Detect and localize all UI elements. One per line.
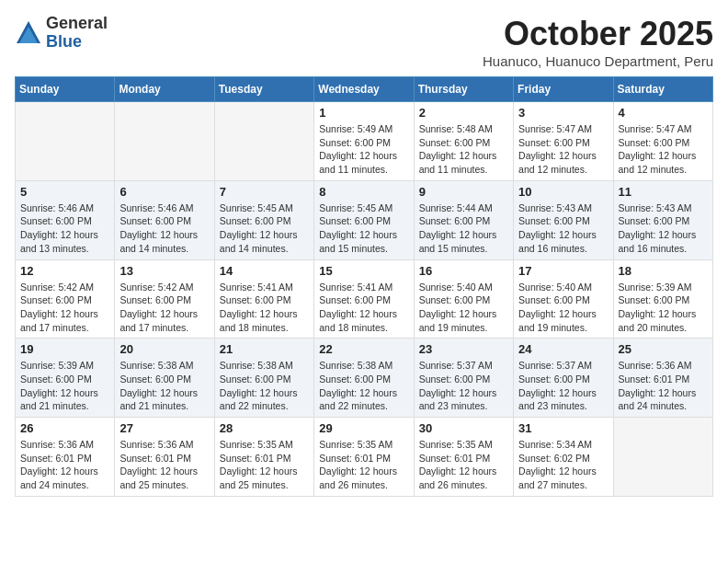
calendar-day-cell: 20Sunrise: 5:38 AM Sunset: 6:00 PM Dayli… — [115, 339, 214, 418]
calendar-day-cell: 12Sunrise: 5:42 AM Sunset: 6:00 PM Dayli… — [16, 259, 115, 339]
day-info: Sunrise: 5:35 AM Sunset: 6:01 PM Dayligh… — [220, 438, 309, 492]
calendar-day-cell: 22Sunrise: 5:38 AM Sunset: 6:00 PM Dayli… — [314, 339, 414, 418]
day-info: Sunrise: 5:46 AM Sunset: 6:00 PM Dayligh… — [119, 201, 209, 256]
day-info: Sunrise: 5:34 AM Sunset: 6:02 PM Dayligh… — [518, 438, 608, 492]
day-number: 28 — [220, 421, 309, 435]
logo: General Blue — [15, 15, 108, 52]
day-number: 5 — [20, 185, 109, 199]
title-area: October 2025 Huanuco, Huanuco Department… — [483, 15, 713, 69]
calendar-day-cell: 18Sunrise: 5:39 AM Sunset: 6:00 PM Dayli… — [613, 259, 712, 339]
day-number: 23 — [419, 342, 508, 356]
day-info: Sunrise: 5:40 AM Sunset: 6:00 PM Dayligh… — [518, 281, 608, 335]
calendar-day-cell: 28Sunrise: 5:35 AM Sunset: 6:01 PM Dayli… — [214, 418, 313, 497]
day-number: 11 — [619, 185, 708, 199]
calendar-day-cell: 4Sunrise: 5:47 AM Sunset: 6:00 PM Daylig… — [613, 102, 712, 181]
calendar-day-cell: 30Sunrise: 5:35 AM Sunset: 6:01 PM Dayli… — [414, 418, 513, 497]
calendar-week-row: 12Sunrise: 5:42 AM Sunset: 6:00 PM Dayli… — [16, 259, 713, 339]
calendar-week-row: 5Sunrise: 5:46 AM Sunset: 6:00 PM Daylig… — [16, 180, 713, 259]
day-number: 15 — [319, 264, 408, 278]
day-number: 30 — [419, 421, 508, 435]
calendar-week-row: 26Sunrise: 5:36 AM Sunset: 6:01 PM Dayli… — [16, 418, 713, 497]
logo-icon — [15, 19, 42, 47]
day-info: Sunrise: 5:36 AM Sunset: 6:01 PM Dayligh… — [619, 359, 708, 413]
calendar-day-cell: 23Sunrise: 5:37 AM Sunset: 6:00 PM Dayli… — [414, 339, 513, 418]
calendar-day-cell: 2Sunrise: 5:48 AM Sunset: 6:00 PM Daylig… — [414, 102, 513, 181]
column-header-saturday: Saturday — [613, 77, 712, 102]
calendar-day-cell: 27Sunrise: 5:36 AM Sunset: 6:01 PM Dayli… — [115, 418, 214, 497]
calendar-day-cell — [115, 102, 214, 181]
day-info: Sunrise: 5:41 AM Sunset: 6:00 PM Dayligh… — [220, 281, 309, 335]
day-number: 21 — [220, 342, 309, 356]
day-info: Sunrise: 5:46 AM Sunset: 6:00 PM Dayligh… — [20, 201, 109, 256]
calendar-day-cell: 5Sunrise: 5:46 AM Sunset: 6:00 PM Daylig… — [16, 180, 115, 259]
calendar-day-cell: 15Sunrise: 5:41 AM Sunset: 6:00 PM Dayli… — [314, 259, 414, 339]
day-info: Sunrise: 5:45 AM Sunset: 6:00 PM Dayligh… — [220, 201, 309, 256]
day-number: 25 — [619, 342, 708, 356]
day-number: 13 — [119, 264, 209, 278]
day-number: 6 — [119, 185, 209, 199]
page-header: General Blue October 2025 Huanuco, Huanu… — [15, 15, 713, 69]
calendar-day-cell: 31Sunrise: 5:34 AM Sunset: 6:02 PM Dayli… — [514, 418, 613, 497]
day-info: Sunrise: 5:36 AM Sunset: 6:01 PM Dayligh… — [20, 438, 109, 492]
column-header-monday: Monday — [115, 77, 214, 102]
day-info: Sunrise: 5:49 AM Sunset: 6:00 PM Dayligh… — [319, 122, 408, 177]
day-info: Sunrise: 5:37 AM Sunset: 6:00 PM Dayligh… — [518, 359, 608, 413]
day-info: Sunrise: 5:35 AM Sunset: 6:01 PM Dayligh… — [419, 438, 508, 492]
location-subtitle: Huanuco, Huanuco Department, Peru — [483, 53, 713, 69]
day-number: 31 — [518, 421, 608, 435]
calendar-day-cell: 17Sunrise: 5:40 AM Sunset: 6:00 PM Dayli… — [514, 259, 613, 339]
day-number: 17 — [518, 264, 608, 278]
day-info: Sunrise: 5:36 AM Sunset: 6:01 PM Dayligh… — [119, 438, 209, 492]
day-number: 24 — [518, 342, 608, 356]
day-number: 8 — [319, 185, 408, 199]
calendar-day-cell: 26Sunrise: 5:36 AM Sunset: 6:01 PM Dayli… — [16, 418, 115, 497]
column-header-wednesday: Wednesday — [314, 77, 414, 102]
day-info: Sunrise: 5:41 AM Sunset: 6:00 PM Dayligh… — [319, 281, 408, 335]
day-info: Sunrise: 5:44 AM Sunset: 6:00 PM Dayligh… — [419, 201, 508, 256]
calendar-day-cell: 13Sunrise: 5:42 AM Sunset: 6:00 PM Dayli… — [115, 259, 214, 339]
calendar-week-row: 19Sunrise: 5:39 AM Sunset: 6:00 PM Dayli… — [16, 339, 713, 418]
month-title: October 2025 — [483, 15, 713, 53]
day-info: Sunrise: 5:43 AM Sunset: 6:00 PM Dayligh… — [619, 201, 708, 256]
column-header-thursday: Thursday — [414, 77, 513, 102]
column-header-tuesday: Tuesday — [214, 77, 313, 102]
calendar-day-cell: 8Sunrise: 5:45 AM Sunset: 6:00 PM Daylig… — [314, 180, 414, 259]
calendar-day-cell — [16, 102, 115, 181]
day-number: 9 — [419, 185, 508, 199]
day-number: 18 — [619, 264, 708, 278]
day-number: 1 — [319, 106, 408, 120]
day-number: 7 — [220, 185, 309, 199]
calendar-day-cell: 6Sunrise: 5:46 AM Sunset: 6:00 PM Daylig… — [115, 180, 214, 259]
day-number: 16 — [419, 264, 508, 278]
day-info: Sunrise: 5:39 AM Sunset: 6:00 PM Dayligh… — [619, 281, 708, 335]
calendar-day-cell: 10Sunrise: 5:43 AM Sunset: 6:00 PM Dayli… — [514, 180, 613, 259]
day-info: Sunrise: 5:48 AM Sunset: 6:00 PM Dayligh… — [419, 122, 508, 177]
day-info: Sunrise: 5:38 AM Sunset: 6:00 PM Dayligh… — [220, 359, 309, 413]
day-info: Sunrise: 5:42 AM Sunset: 6:00 PM Dayligh… — [20, 281, 109, 335]
day-info: Sunrise: 5:39 AM Sunset: 6:00 PM Dayligh… — [20, 359, 109, 413]
day-number: 10 — [518, 185, 608, 199]
calendar-day-cell: 11Sunrise: 5:43 AM Sunset: 6:00 PM Dayli… — [613, 180, 712, 259]
day-number: 2 — [419, 106, 508, 120]
day-number: 27 — [119, 421, 209, 435]
day-info: Sunrise: 5:47 AM Sunset: 6:00 PM Dayligh… — [518, 122, 608, 177]
calendar-day-cell — [214, 102, 313, 181]
calendar-day-cell: 29Sunrise: 5:35 AM Sunset: 6:01 PM Dayli… — [314, 418, 414, 497]
column-header-sunday: Sunday — [16, 77, 115, 102]
calendar-day-cell: 14Sunrise: 5:41 AM Sunset: 6:00 PM Dayli… — [214, 259, 313, 339]
logo-general: General — [46, 15, 108, 33]
day-info: Sunrise: 5:38 AM Sunset: 6:00 PM Dayligh… — [319, 359, 408, 413]
day-number: 26 — [20, 421, 109, 435]
calendar-day-cell: 24Sunrise: 5:37 AM Sunset: 6:00 PM Dayli… — [514, 339, 613, 418]
calendar-table: SundayMondayTuesdayWednesdayThursdayFrid… — [15, 76, 713, 497]
logo-blue: Blue — [46, 33, 108, 52]
day-info: Sunrise: 5:42 AM Sunset: 6:00 PM Dayligh… — [119, 281, 209, 335]
calendar-day-cell: 19Sunrise: 5:39 AM Sunset: 6:00 PM Dayli… — [16, 339, 115, 418]
day-number: 29 — [319, 421, 408, 435]
day-info: Sunrise: 5:45 AM Sunset: 6:00 PM Dayligh… — [319, 201, 408, 256]
logo-text: General Blue — [46, 15, 108, 52]
day-info: Sunrise: 5:37 AM Sunset: 6:00 PM Dayligh… — [419, 359, 508, 413]
day-number: 20 — [119, 342, 209, 356]
day-number: 3 — [518, 106, 608, 120]
day-info: Sunrise: 5:43 AM Sunset: 6:00 PM Dayligh… — [518, 201, 608, 256]
